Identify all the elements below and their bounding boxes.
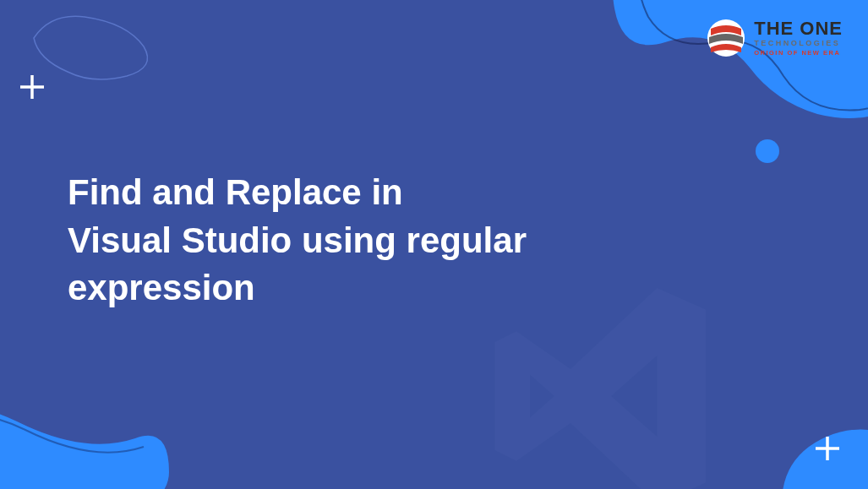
title-line: Find and Replace in xyxy=(68,172,403,212)
plus-icon xyxy=(812,433,843,464)
logo-main-text: THE ONE xyxy=(754,19,843,38)
blob-bottom-right-decoration xyxy=(750,388,868,489)
plus-icon xyxy=(17,72,47,102)
title-line: Visual Studio using regular xyxy=(68,220,527,260)
logo-sub-text: TECHNOLOGIES xyxy=(754,40,843,47)
blob-top-left-decoration xyxy=(25,4,177,89)
logo-globe-icon xyxy=(707,19,745,57)
title-line: expression xyxy=(68,268,255,307)
blob-bottom-left-decoration xyxy=(0,371,169,489)
logo-tagline-text: ORIGIN OF NEW ERA xyxy=(754,50,843,57)
dot-decoration xyxy=(756,139,779,163)
page-title: Find and Replace in Visual Studio using … xyxy=(68,169,527,312)
company-logo: THE ONE TECHNOLOGIES ORIGIN OF NEW ERA xyxy=(707,19,843,57)
